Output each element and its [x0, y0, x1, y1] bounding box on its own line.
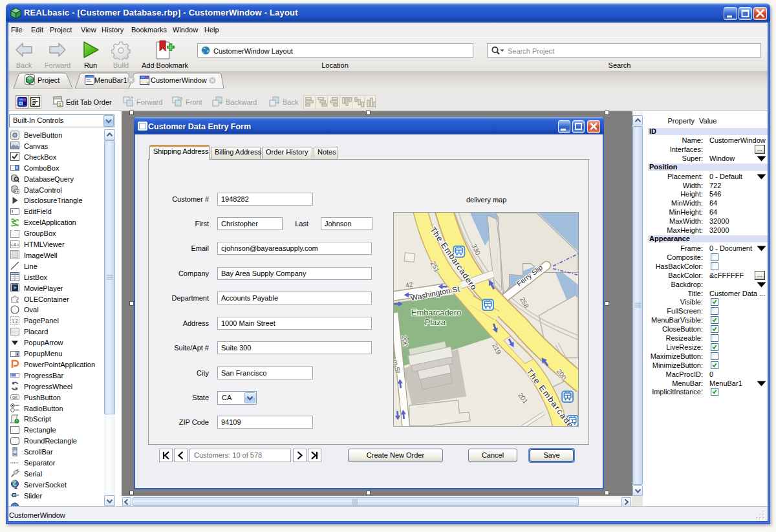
svg-text:258: 258: [519, 296, 530, 310]
svg-text:1 2: 1 2: [12, 319, 17, 323]
svg-text:<A>: <A>: [10, 242, 19, 248]
svg-text:OK: OK: [12, 396, 17, 399]
svg-text:Embarcadero: Embarcadero: [411, 308, 461, 317]
svg-text:42: 42: [405, 281, 414, 289]
svg-text:1: 1: [59, 102, 61, 107]
svg-text:201: 201: [517, 392, 529, 405]
svg-text:330: 330: [470, 243, 482, 257]
svg-text:Plaza: Plaza: [425, 317, 446, 327]
